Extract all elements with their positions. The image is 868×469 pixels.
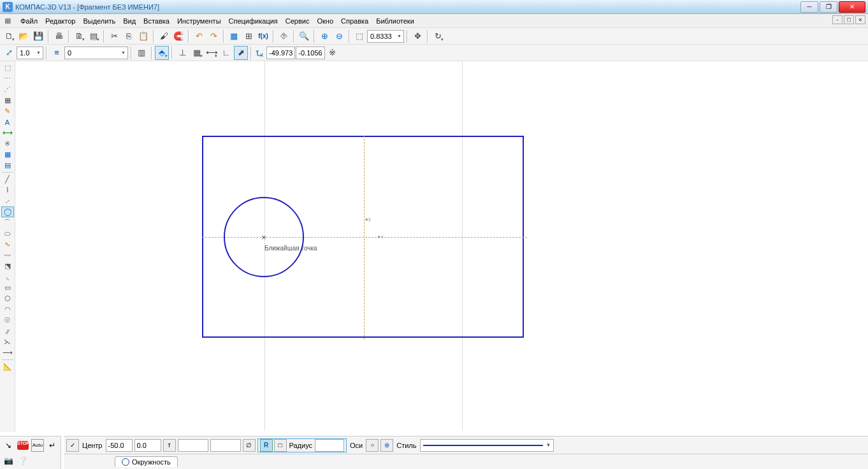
manager-button[interactable]: ▦ [227,29,241,43]
radius-mode-button[interactable]: R [260,439,273,452]
coord-snap-button[interactable]: ※ [326,46,340,60]
snap-button[interactable]: 🧲 [171,29,185,43]
menu-window[interactable]: Окно [313,16,337,26]
text-tool[interactable]: A [1,117,14,127]
polyline-tool[interactable]: ⌇ [1,185,14,196]
offset-tool[interactable]: ⫽ [1,326,14,336]
aux-line-tool[interactable]: ⋰ [1,84,14,95]
center-y-input[interactable]: 0.0 [134,439,161,452]
cut-button[interactable]: ✂ [107,29,121,43]
table2-tool[interactable]: ▤ [1,160,14,171]
point-y-input[interactable] [210,439,241,452]
pan-button[interactable]: ✥ [410,29,424,43]
fx-button[interactable]: f(x) [256,29,270,43]
menu-select[interactable]: Выделить [79,16,119,26]
undo-button[interactable]: ↶ [192,29,206,43]
line-style-combo[interactable] [420,439,554,452]
menu-editor[interactable]: Редактор [41,16,79,26]
minimize-button[interactable]: ─ [800,1,818,13]
dim-tool[interactable]: ⟷ [1,127,14,138]
preview-button[interactable]: 🗎 [72,29,86,43]
line-tool[interactable]: ╱ [1,174,14,185]
menu-tools[interactable]: Инструменты [173,16,225,26]
select-tool[interactable]: ⬚ [1,62,14,73]
paste-button[interactable]: 📋 [136,29,150,43]
menu-service[interactable]: Сервис [282,16,314,26]
menu-libraries[interactable]: Библиотеки [372,16,418,26]
zoom-in-button[interactable]: ⊕ [317,29,331,43]
menu-insert[interactable]: Вставка [140,16,173,26]
menu-file[interactable]: Файл [17,16,41,26]
restore-button[interactable]: ❐ [820,1,837,13]
print-button[interactable]: 🖶 [52,29,66,43]
edit-tool[interactable]: ✎ [1,106,14,117]
menu-help[interactable]: Справка [337,16,372,26]
help-button[interactable]: ❔ [17,454,29,467]
snap-toggle[interactable]: ⬘ [155,46,169,60]
coord-x-input[interactable]: -49.973 [266,47,295,59]
round-button[interactable]: ⬈ [234,46,248,60]
mdi-minimize[interactable]: - [832,15,843,24]
format-painter-button[interactable]: 🖌 [157,29,171,43]
equidistant-tool[interactable]: ⦾ [1,315,14,326]
spline-tool[interactable]: ∿ [1,239,14,250]
rect-tool[interactable]: ▭ [1,282,14,293]
layer-combo[interactable]: 0 [64,47,128,59]
axes-off-button[interactable]: ○ [366,439,379,452]
grid-button[interactable]: ▦ [190,46,204,60]
variables-button[interactable]: ⊞ [242,29,256,43]
zoom-fit-button[interactable]: 🔍 [297,29,311,43]
camera-button[interactable]: 📷 [2,454,15,467]
open-button[interactable]: 📂 [17,29,31,43]
radius-input[interactable] [315,439,344,452]
trim-tool[interactable]: ⋋ [1,336,14,347]
bezier-tool[interactable]: 〰 [1,250,14,261]
measure-tool[interactable]: 📐 [1,361,14,372]
menu-view[interactable]: Вид [119,16,140,26]
menu-spec[interactable]: Спецификация [225,16,282,26]
symbol-tool[interactable]: ※ [1,138,14,149]
scale-icon[interactable]: ⤢ [2,46,16,60]
layer-icon[interactable]: ≡ [50,46,64,60]
zoom-combo[interactable]: 0.8333 [367,30,404,43]
properties-button[interactable]: ▤ [87,29,101,43]
hatch-tool[interactable]: ▦ [1,95,14,106]
mdi-restore[interactable]: □ [844,15,854,24]
segment-tool[interactable]: ⟋ [1,196,14,206]
extend-tool[interactable]: ⟶ [1,347,14,358]
redo-button[interactable]: ↷ [206,29,221,43]
zoom-out-button[interactable]: ⊖ [332,29,346,43]
table-tool[interactable]: ▦ [1,149,14,160]
drawing-canvas[interactable]: × Ближайшая точка ▴y ▸x [16,61,868,431]
point-tool[interactable]: ⋯ [1,73,14,84]
point-x-input[interactable] [178,439,208,452]
circle-tool[interactable]: ◯ [1,206,14,217]
help-context-button[interactable]: ⯑ [277,29,291,43]
diameter-toggle[interactable]: ∅ [243,439,256,452]
chamfer-tool[interactable]: ⬔ [1,261,14,271]
radius-lock-button[interactable]: □ [274,439,287,452]
axes-on-button[interactable]: ⊕ [380,439,393,452]
ellipse-tool[interactable]: ⬭ [1,228,14,239]
point-on-button[interactable]: т [163,439,176,452]
close-button[interactable]: ✕ [839,1,865,13]
polygon-tool[interactable]: ⬡ [1,293,14,304]
new-button[interactable]: 🗋 [2,29,16,43]
stop-button[interactable]: STOP [17,439,29,452]
contour-tool[interactable]: ◠ [1,304,14,315]
ortho-button[interactable]: ∟ [219,46,233,60]
arrow-button[interactable]: ↘ [2,439,15,452]
coord-y-input[interactable]: -0.1056 [296,47,324,59]
layer-states-button[interactable]: ▥ [134,46,148,60]
zoom-window-button[interactable]: ⬚ [352,29,366,43]
redraw-button[interactable]: ↻ [431,29,445,43]
center-x-input[interactable]: -50.0 [106,439,133,452]
fillet-tool[interactable]: ◟ [1,271,14,282]
auto-button[interactable]: Auto [31,439,44,452]
mdi-close[interactable]: × [855,15,865,24]
center-lock-button[interactable]: ✓ [66,439,79,452]
copy-button[interactable]: ⎘ [122,29,136,43]
arc-tool[interactable]: ⌒ [1,217,14,228]
dimension-button[interactable]: ⟷ [205,46,219,60]
save-button[interactable]: 💾 [31,29,45,43]
